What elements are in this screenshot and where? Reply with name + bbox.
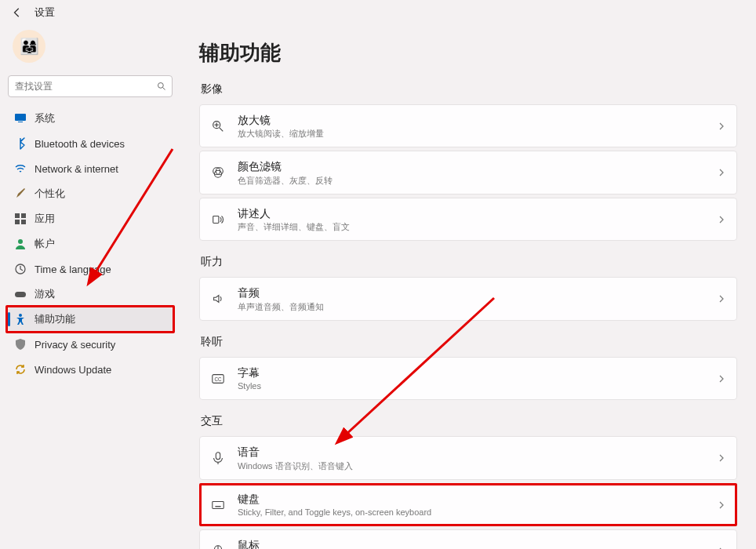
sidebar-item-label: Bluetooth & devices (35, 138, 125, 150)
svg-rect-19 (213, 216, 219, 223)
card-title: 放大镜 (238, 113, 705, 127)
audio-icon (211, 292, 225, 306)
monitor-icon (14, 112, 27, 125)
setting-narrator[interactable]: 讲述人声音、详细详细、键盘、盲文 (199, 198, 737, 241)
annotation-sidebar-highlight: 辅助功能 (5, 305, 175, 333)
sidebar-item-accessibility[interactable]: 辅助功能 (8, 307, 173, 331)
sidebar-item-label: 辅助功能 (35, 312, 75, 326)
setting-keyboard[interactable]: 键盘Sticky, Filter, and Toggle keys, on-sc… (199, 483, 737, 526)
chevron-right-icon (718, 122, 725, 130)
sidebar-item-label: 个性化 (35, 187, 65, 201)
person-icon (14, 238, 27, 250)
svg-rect-23 (213, 501, 224, 508)
sidebar-item-label: 游戏 (35, 287, 55, 301)
section-header-vision: 影像 (201, 82, 736, 96)
main-content: 辅助功能 影像 放大镜放大镜阅读、缩放增量 颜色滤镜色盲筛选器、灰度、反转 讲述… (180, 25, 756, 549)
sidebar-item-update[interactable]: Windows Update (8, 358, 173, 381)
user-avatar-wrap[interactable]: 👨‍👩‍👧 (8, 25, 173, 74)
sidebar-item-label: 应用 (35, 212, 55, 226)
sidebar-item-personalization[interactable]: 个性化 (8, 182, 173, 205)
setting-captions[interactable]: CC 字幕Styles (199, 357, 737, 400)
card-subtitle: 色盲筛选器、灰度、反转 (238, 175, 705, 186)
app-title: 设置 (35, 5, 55, 20)
svg-rect-7 (21, 220, 26, 224)
titlebar: 设置 (0, 0, 756, 25)
card-title: 语音 (238, 445, 705, 459)
captions-icon: CC (211, 372, 225, 386)
card-title: 颜色滤镜 (238, 159, 705, 173)
sidebar-item-accounts[interactable]: 帐户 (8, 232, 173, 256)
card-subtitle: 声音、详细详细、键盘、盲文 (238, 221, 705, 232)
sidebar-item-network[interactable]: Network & internet (8, 157, 173, 180)
sidebar-item-label: Time & language (35, 264, 111, 275)
narrator-icon (211, 213, 225, 227)
card-title: 鼠标 (238, 538, 705, 549)
arrow-left-icon (12, 7, 23, 18)
wifi-icon (14, 162, 27, 175)
grid-icon (14, 213, 27, 225)
svg-rect-22 (216, 453, 220, 460)
svg-line-1 (163, 88, 165, 90)
sidebar-item-label: Windows Update (35, 364, 111, 376)
svg-point-0 (158, 83, 164, 89)
magnifier-icon (211, 119, 225, 133)
update-icon (14, 363, 27, 376)
sidebar-item-system[interactable]: 系统 (8, 107, 173, 130)
chevron-right-icon (718, 454, 725, 462)
sidebar-item-gaming[interactable]: 游戏 (8, 282, 173, 306)
svg-rect-5 (21, 213, 26, 218)
search-box[interactable] (8, 75, 173, 97)
card-title: 字幕 (238, 365, 705, 380)
card-subtitle: Sticky, Filter, and Toggle keys, on-scre… (238, 507, 705, 518)
accessibility-icon (14, 313, 27, 325)
keyboard-icon (211, 498, 225, 512)
chevron-right-icon (718, 169, 725, 176)
back-button[interactable] (6, 2, 28, 24)
brush-icon (14, 187, 27, 200)
sidebar-item-time[interactable]: Time & language (8, 257, 173, 281)
setting-speech[interactable]: 语音Windows 语音识别、语音键入 (199, 436, 737, 479)
sidebar-item-label: Network & internet (35, 163, 118, 175)
setting-color-filters[interactable]: 颜色滤镜色盲筛选器、灰度、反转 (199, 151, 737, 194)
chevron-right-icon (718, 501, 725, 509)
sidebar: 👨‍👩‍👧 系统 Bluetooth & devices Network & i… (0, 25, 180, 549)
section-header-hearing2: 聆听 (201, 335, 736, 349)
svg-rect-10 (15, 292, 26, 297)
svg-rect-3 (18, 122, 23, 122)
page-title: 辅助功能 (199, 39, 737, 67)
svg-rect-2 (15, 114, 26, 121)
card-title: 讲述人 (238, 206, 705, 220)
nav-list: 系统 Bluetooth & devices Network & interne… (8, 107, 173, 381)
section-header-interaction: 交互 (201, 414, 736, 428)
shield-icon (14, 338, 27, 351)
mouse-icon (211, 544, 225, 549)
section-header-hearing: 听力 (201, 255, 736, 269)
svg-line-13 (220, 128, 224, 132)
card-title: 音频 (238, 285, 705, 300)
sidebar-item-label: 系统 (35, 111, 55, 125)
mic-icon (211, 451, 225, 465)
sidebar-item-apps[interactable]: 应用 (8, 207, 173, 231)
chevron-right-icon (718, 375, 725, 383)
card-subtitle: Windows 语音识别、语音键入 (238, 460, 705, 471)
svg-rect-4 (15, 213, 20, 218)
sidebar-item-privacy[interactable]: Privacy & security (8, 333, 173, 356)
sidebar-item-label: 帐户 (35, 237, 55, 251)
card-title: 键盘 (238, 492, 705, 506)
svg-point-8 (18, 239, 23, 244)
clock-icon (14, 263, 27, 275)
svg-rect-6 (15, 220, 20, 224)
sidebar-item-label: Privacy & security (35, 339, 115, 351)
card-subtitle: 放大镜阅读、缩放增量 (238, 128, 705, 139)
setting-magnifier[interactable]: 放大镜放大镜阅读、缩放增量 (199, 104, 737, 147)
user-avatar-icon: 👨‍👩‍👧 (13, 30, 45, 63)
gamepad-icon (14, 288, 27, 300)
sidebar-item-bluetooth[interactable]: Bluetooth & devices (8, 132, 173, 155)
card-subtitle: 单声道音频、音频通知 (238, 301, 705, 312)
setting-audio[interactable]: 音频单声道音频、音频通知 (199, 277, 737, 320)
svg-point-11 (19, 314, 22, 317)
color-filter-icon (211, 165, 225, 180)
search-input[interactable] (8, 75, 173, 97)
setting-mouse[interactable]: 鼠标Mouse keys, speed, acceleration (199, 529, 737, 549)
bluetooth-icon (14, 137, 27, 150)
